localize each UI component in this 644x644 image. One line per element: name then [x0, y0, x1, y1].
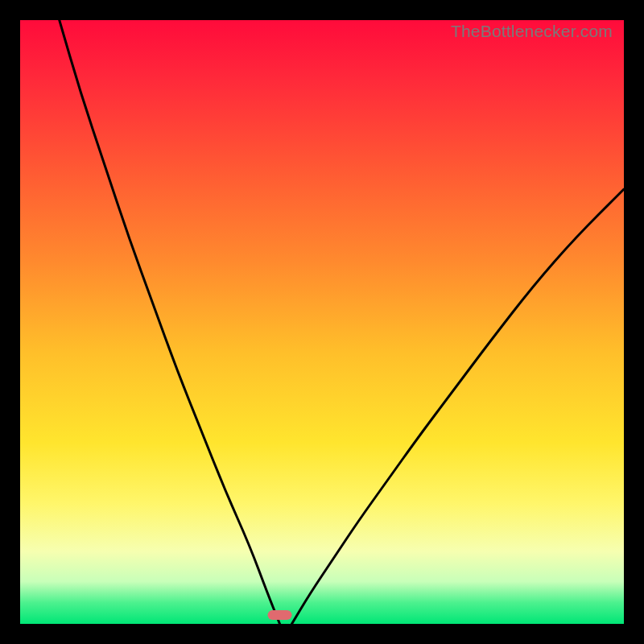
chart-frame: TheBottlenecker.com — [20, 20, 624, 624]
bottleneck-chart — [20, 20, 624, 624]
watermark-text: TheBottlenecker.com — [451, 22, 613, 41]
minimum-marker — [268, 610, 292, 620]
gradient-background — [20, 20, 624, 624]
